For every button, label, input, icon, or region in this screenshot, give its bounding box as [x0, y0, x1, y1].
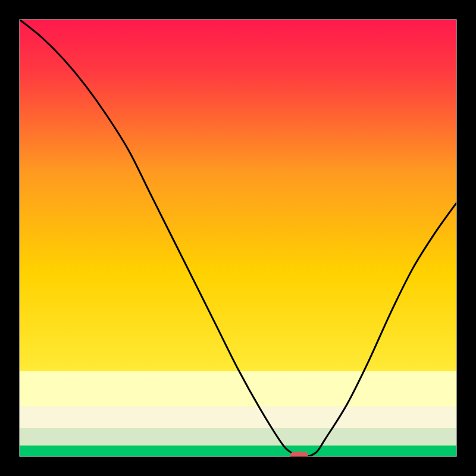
svg-rect-3 [20, 428, 456, 445]
chart-bottom-bands [20, 371, 456, 456]
svg-rect-4 [20, 446, 456, 456]
svg-rect-2 [20, 406, 456, 428]
svg-rect-1 [20, 371, 456, 406]
bottleneck-chart [0, 0, 476, 476]
chart-container: { "attribution": "TheBottlenecker.com", … [0, 0, 476, 476]
